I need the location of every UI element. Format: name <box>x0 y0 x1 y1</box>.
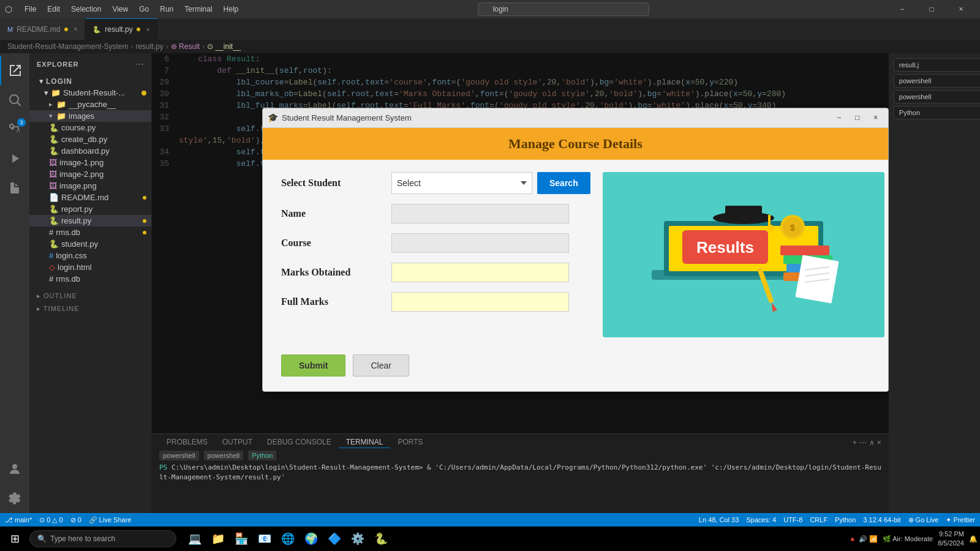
sidebar-item-login-css[interactable]: # login.css <box>29 250 151 261</box>
task-icon-store[interactable]: 🏪 <box>230 527 252 551</box>
course-input[interactable] <box>391 233 569 253</box>
student-select[interactable]: Select <box>391 172 532 194</box>
activity-search[interactable] <box>0 85 29 114</box>
task-icon-browser[interactable]: 🌍 <box>300 527 322 551</box>
notification-bell[interactable]: 🔔 <box>969 535 978 543</box>
tab-debug-console[interactable]: DEBUG CONSOLE <box>260 437 339 448</box>
tab-readme-close[interactable]: × <box>74 26 78 32</box>
sidebar-outline[interactable]: ▸ OUTLINE <box>29 290 151 302</box>
breadcrumb-class[interactable]: ⊛ Result <box>171 42 200 51</box>
taskbar-search[interactable]: 🔍 Type here to search <box>29 530 176 547</box>
tab-result[interactable]: 🐍 result.py × <box>85 18 157 40</box>
task-icon-settings[interactable]: ⚙️ <box>347 527 369 551</box>
sidebar-root-login[interactable]: ▾ LOGIN <box>29 75 151 87</box>
tab-output[interactable]: OUTPUT <box>215 437 260 448</box>
dialog-maximize-button[interactable]: □ <box>850 110 865 125</box>
new-file-icon[interactable]: ⋯ <box>135 59 144 69</box>
terminal-close-icon[interactable]: × <box>877 438 881 447</box>
search-button[interactable]: Search <box>537 172 590 194</box>
status-language[interactable]: Python <box>835 516 856 524</box>
sidebar-timeline[interactable]: ▸ TIMELINE <box>29 302 151 315</box>
tab-result-close[interactable]: × <box>146 26 150 33</box>
minimize-button[interactable]: − <box>888 0 916 18</box>
full-marks-input[interactable] <box>391 292 569 312</box>
taskbar-clock[interactable]: 9:52 PM 8/5/2024 <box>938 530 964 549</box>
name-input[interactable] <box>391 204 569 223</box>
topbar-search-input[interactable] <box>478 2 649 16</box>
activity-extensions[interactable] <box>0 173 29 203</box>
breadcrumb-file[interactable]: result.py <box>135 42 163 51</box>
activity-settings[interactable] <box>0 484 29 513</box>
powershell-panel-1[interactable]: powershell <box>159 451 199 460</box>
sidebar-item-rms-db2[interactable]: # rms.db <box>29 273 151 285</box>
dialog-close-button[interactable]: × <box>869 110 883 125</box>
task-icon-code[interactable]: 🔷 <box>323 527 345 551</box>
activity-run[interactable] <box>0 144 29 173</box>
close-button[interactable]: × <box>947 0 975 18</box>
tab-ports[interactable]: PORTS <box>390 437 430 448</box>
python-panel[interactable]: Python <box>248 451 276 460</box>
sidebar-item-login-html[interactable]: ◇ login.html <box>29 261 151 273</box>
activity-explorer[interactable] <box>0 56 29 85</box>
right-panel-powershell-2[interactable]: powershell <box>894 90 980 103</box>
sidebar-item-images[interactable]: ▾ 📁 images <box>29 110 151 122</box>
status-errors[interactable]: ⊙ 0 △ 0 <box>39 516 62 524</box>
activity-accounts[interactable] <box>0 454 29 484</box>
sidebar-item-result[interactable]: 🐍 result.py <box>29 215 151 227</box>
start-button[interactable]: ⊞ <box>2 527 27 551</box>
sidebar-item-student[interactable]: 🐍 student.py <box>29 238 151 250</box>
menu-edit[interactable]: Edit <box>42 4 65 15</box>
terminal-up-icon[interactable]: ∧ <box>869 438 875 447</box>
menu-terminal[interactable]: Terminal <box>179 4 217 15</box>
sidebar-item-rms-db[interactable]: # rms.db <box>29 227 151 238</box>
marks-obtained-input[interactable] <box>391 263 569 282</box>
status-encoding[interactable]: UTF-8 <box>783 516 802 524</box>
sidebar-item-image1[interactable]: 🖼 image-1.png <box>29 157 151 168</box>
menu-run[interactable]: Run <box>155 4 178 15</box>
sidebar-item-create-db[interactable]: 🐍 create_db.py <box>29 133 151 145</box>
menu-file[interactable]: File <box>20 4 41 15</box>
dialog-minimize-button[interactable]: − <box>832 110 846 125</box>
sidebar-item-pycache[interactable]: ▸ 📁 __pycache__ <box>29 99 151 110</box>
status-cursor[interactable]: Ln 48, Col 33 <box>699 516 739 524</box>
status-warnings[interactable]: ⊘ 0 <box>70 516 81 524</box>
sidebar-item-dashboard[interactable]: 🐍 dashboard.py <box>29 145 151 157</box>
right-panel-python[interactable]: Python <box>894 106 980 119</box>
status-spaces[interactable]: Spaces: 4 <box>746 516 776 524</box>
sidebar-item-course[interactable]: 🐍 course.py <box>29 122 151 133</box>
status-eol[interactable]: CRLF <box>810 516 827 524</box>
tab-terminal[interactable]: TERMINAL <box>339 437 391 448</box>
status-go-live[interactable]: ⊕ Go Live <box>908 516 939 524</box>
task-icon-edge[interactable]: 🌐 <box>277 527 299 551</box>
task-icon-files[interactable]: 📁 <box>207 527 229 551</box>
status-live-share[interactable]: 🔗 Live Share <box>89 516 132 524</box>
sidebar-item-image2[interactable]: 🖼 image-2.png <box>29 168 151 180</box>
menu-view[interactable]: View <box>107 4 133 15</box>
right-panel-result[interactable]: result.j <box>894 58 980 72</box>
powershell-panel-2[interactable]: powershell <box>204 451 244 460</box>
activity-source-control[interactable]: 3 <box>0 114 29 144</box>
sidebar-project-folder[interactable]: ▾ 📁 Student-Result-... <box>29 87 151 99</box>
terminal-more-icon[interactable]: ⋯ <box>859 438 867 447</box>
breadcrumb-project[interactable]: Student-Result-Management-System <box>7 42 128 51</box>
menu-go[interactable]: Go <box>134 4 154 15</box>
sidebar-item-image[interactable]: 🖼 image.png <box>29 180 151 192</box>
sidebar-item-report[interactable]: 🐍 report.py <box>29 203 151 215</box>
menu-selection[interactable]: Selection <box>66 4 106 15</box>
status-branch[interactable]: ⎇ main* <box>5 516 32 524</box>
tab-readme[interactable]: M README.md × <box>0 18 85 40</box>
tab-problems[interactable]: PROBLEMS <box>159 437 215 448</box>
clear-button[interactable]: Clear <box>353 354 409 377</box>
terminal-split-icon[interactable]: + <box>853 438 857 447</box>
menu-help[interactable]: Help <box>219 4 244 15</box>
task-icon-mail[interactable]: 📧 <box>254 527 276 551</box>
right-panel-powershell-1[interactable]: powershell <box>894 74 980 88</box>
task-icon-vscode[interactable]: 💻 <box>184 527 206 551</box>
maximize-button[interactable]: □ <box>918 0 946 18</box>
sidebar-item-readme[interactable]: 📄 README.md <box>29 192 151 203</box>
status-prettier[interactable]: ✦ Prettier <box>946 516 975 524</box>
submit-button[interactable]: Submit <box>281 354 345 377</box>
task-icon-python[interactable]: 🐍 <box>370 527 392 551</box>
status-python-version[interactable]: 3.12.4 64-bit <box>863 516 900 524</box>
breadcrumb-method[interactable]: ⊙ __init__ <box>207 42 241 51</box>
